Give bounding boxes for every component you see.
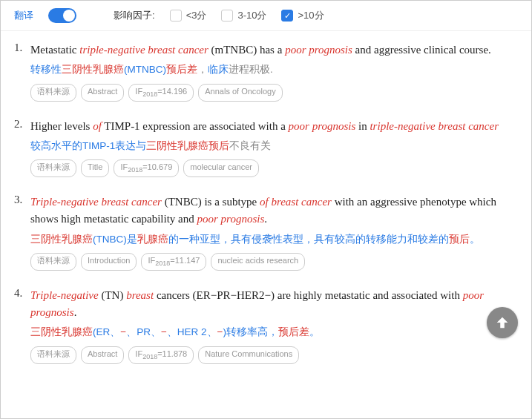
- tag-source[interactable]: 语料来源: [30, 84, 76, 102]
- text-segment: .: [74, 306, 77, 318]
- checkbox-checked-icon: ✓: [281, 10, 293, 22]
- result-tags: 语料来源IntroductionIF2018=11.147nucleic aci…: [30, 253, 513, 271]
- highlight-term: negative breast cancer: [108, 44, 208, 56]
- filter-bar: 翻译 影响因子: <3分 3-10分 ✓ >10分: [1, 1, 531, 31]
- tag-impact-factor[interactable]: IF2018=11.147: [141, 253, 206, 271]
- text-segment: −: [120, 326, 126, 337]
- tag-impact-factor[interactable]: IF2018=11.878: [128, 346, 194, 364]
- chinese-translation[interactable]: 三阴性乳腺癌(TNBC)是乳腺癌的一种亚型，具有侵袭性表型，具有较高的转移能力和…: [30, 231, 513, 248]
- text-segment: and aggressive clinical course.: [352, 44, 491, 56]
- result-number: 3.: [14, 194, 30, 271]
- chinese-translation[interactable]: 较高水平的TIMP-1表达与三阴性乳腺癌预后不良有关: [30, 138, 513, 154]
- result-content: Higher levels of TIMP-1 expression are a…: [30, 118, 513, 178]
- result-item: 2.Higher levels of TIMP-1 expression are…: [14, 118, 513, 178]
- if-option-lt3[interactable]: <3分: [170, 9, 207, 22]
- result-number: 1.: [14, 42, 30, 102]
- text-segment: MTNBC): [128, 64, 167, 75]
- text-segment: (TN): [99, 289, 127, 301]
- text-segment: cancers (ER−PR−HER2−) are highly metasta…: [154, 289, 463, 301]
- result-number: 4.: [14, 287, 30, 364]
- english-sentence[interactable]: Metastatic triple-negative breast cancer…: [30, 42, 513, 59]
- chinese-translation[interactable]: 转移性三阴性乳腺癌(MTNBC)预后差，临床进程积极.: [30, 62, 513, 78]
- text-segment: (mTNBC) has a: [208, 44, 285, 56]
- result-tags: 语料来源AbstractIF2018=14.196Annals of Oncol…: [30, 84, 513, 102]
- tag-impact-factor[interactable]: IF2018=10.679: [114, 159, 179, 177]
- if-option-label: >10分: [298, 9, 324, 22]
- highlight-term: poor prognosis: [289, 120, 356, 132]
- text-segment: 转移性: [30, 64, 62, 75]
- result-content: Triple-negative (TN) breast cancers (ER−…: [30, 287, 513, 364]
- tag-source[interactable]: 语料来源: [30, 253, 76, 271]
- text-segment: ，: [197, 64, 208, 75]
- result-item: 4.Triple-negative (TN) breast cancers (E…: [14, 287, 513, 364]
- highlight-term: poor prognosis: [197, 213, 265, 225]
- scroll-top-button[interactable]: [487, 307, 518, 338]
- tag-journal[interactable]: Nature Communications: [198, 346, 299, 364]
- translate-label: 翻译: [14, 9, 33, 22]
- result-number: 2.: [14, 118, 30, 178]
- translate-toggle[interactable]: [48, 8, 76, 23]
- text-segment: 临床: [208, 64, 229, 75]
- text-segment: 、HER 2、: [167, 326, 217, 337]
- text-segment: 乳腺癌: [137, 234, 168, 245]
- text-segment: (ER、: [93, 326, 120, 337]
- text-segment: TIMP-1 expression are associated with a: [102, 120, 289, 132]
- if-option-gt10[interactable]: ✓ >10分: [281, 9, 324, 22]
- text-segment: Higher levels: [30, 120, 93, 132]
- text-segment: 。: [470, 234, 480, 245]
- text-segment: 不良有关: [229, 140, 271, 151]
- arrow-up-icon: [494, 314, 510, 331]
- tag-section[interactable]: Abstract: [81, 346, 124, 364]
- english-sentence[interactable]: Triple-negative (TN) breast cancers (ER−…: [30, 287, 513, 322]
- if-option-label: 3-10分: [237, 9, 266, 22]
- highlight-term: of: [93, 120, 102, 132]
- text-segment: 较高水平的TIMP-1表达与: [30, 140, 146, 151]
- checkbox-icon: [221, 10, 233, 22]
- chinese-translation[interactable]: 三阴性乳腺癌(ER、−、PR、−、HER 2、−)转移率高，预后差。: [30, 324, 513, 340]
- tag-journal[interactable]: molecular cancer: [183, 159, 259, 177]
- result-item: 1.Metastatic triple-negative breast canc…: [14, 42, 513, 102]
- highlight-term: triple: [370, 120, 394, 132]
- text-segment: 三阴性乳腺癌: [62, 64, 124, 75]
- text-segment: 预后: [449, 234, 470, 245]
- text-segment: (TNBC)是: [93, 234, 137, 245]
- result-item: 3.Triple-negative breast cancer (TNBC) i…: [14, 194, 513, 271]
- text-segment: 、PR、: [126, 326, 161, 337]
- impact-factor-label: 影响因子:: [114, 9, 155, 22]
- highlight-term: breast: [126, 289, 154, 301]
- tag-section[interactable]: Abstract: [81, 84, 124, 102]
- tag-section[interactable]: Title: [81, 159, 109, 177]
- text-segment: )转移率高，: [223, 326, 278, 337]
- results-list: 1.Metastatic triple-negative breast canc…: [1, 31, 531, 391]
- highlight-term: poor prognosis: [285, 44, 352, 56]
- english-sentence[interactable]: Higher levels of TIMP-1 expression are a…: [30, 118, 513, 135]
- tag-impact-factor[interactable]: IF2018=14.196: [128, 84, 194, 102]
- tag-source[interactable]: 语料来源: [30, 346, 76, 364]
- text-segment: 三阴性乳腺癌预后: [146, 140, 229, 151]
- highlight-term: Triple: [30, 196, 57, 208]
- if-option-3-10[interactable]: 3-10分: [221, 9, 266, 22]
- tag-section[interactable]: Introduction: [81, 253, 137, 271]
- result-content: Triple-negative breast cancer (TNBC) is …: [30, 194, 513, 271]
- text-segment: 三阴性乳腺癌: [30, 234, 93, 245]
- english-sentence[interactable]: Triple-negative breast cancer (TNBC) is …: [30, 194, 513, 228]
- result-content: Metastatic triple-negative breast cancer…: [30, 42, 513, 102]
- tag-journal[interactable]: Annals of Oncology: [198, 84, 282, 102]
- text-segment: (TNBC) is a subtype: [162, 196, 260, 208]
- highlight-term: of breast cancer: [260, 196, 332, 208]
- text-segment: .: [264, 213, 267, 225]
- result-tags: 语料来源AbstractIF2018=11.878Nature Communic…: [30, 346, 513, 364]
- highlight-term: Triple: [30, 289, 57, 301]
- result-tags: 语料来源TitleIF2018=10.679molecular cancer: [30, 159, 513, 177]
- tag-source[interactable]: 语料来源: [30, 159, 76, 177]
- tag-journal[interactable]: nucleic acids research: [211, 253, 305, 271]
- text-segment: 预后差: [278, 326, 309, 337]
- text-segment: Metastatic: [30, 44, 79, 56]
- text-segment: −: [161, 326, 167, 337]
- text-segment: in: [355, 120, 370, 132]
- checkbox-icon: [170, 10, 182, 22]
- text-segment: 。: [309, 326, 320, 337]
- text-segment: 三阴性乳腺癌: [30, 326, 93, 337]
- if-option-label: <3分: [186, 9, 207, 22]
- text-segment: 的一种亚型，具有侵袭性表型，具有较高的转移能力和较差的: [168, 234, 449, 245]
